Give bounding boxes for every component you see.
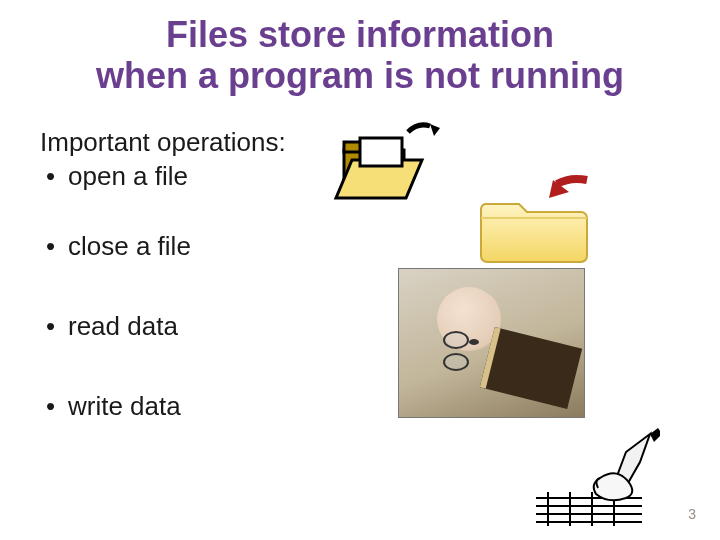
list-item: close a file — [40, 232, 460, 262]
slide: Files store information when a program i… — [0, 0, 720, 540]
writing-hand-icon — [530, 428, 660, 526]
bullet-text: close a file — [68, 231, 191, 261]
bullet-text: open a file — [68, 161, 188, 191]
slide-body: Important operations: open a file close … — [40, 128, 460, 421]
title-line-1: Files store information — [166, 14, 554, 55]
bullet-list: write data — [40, 392, 460, 422]
bullet-list: open a file — [40, 162, 460, 192]
list-item: open a file — [40, 162, 460, 192]
bullet-text: read data — [68, 311, 178, 341]
bullet-text: write data — [68, 391, 181, 421]
page-number: 3 — [688, 506, 696, 522]
list-item: read data — [40, 312, 460, 342]
close-folder-icon — [475, 170, 605, 270]
list-item: write data — [40, 392, 460, 422]
title-line-2: when a program is not running — [96, 55, 624, 96]
bullet-list: read data — [40, 312, 460, 342]
reading-photo — [398, 268, 585, 418]
bullet-list: close a file — [40, 232, 460, 262]
slide-title: Files store information when a program i… — [0, 14, 720, 97]
lead-text: Important operations: — [40, 128, 460, 158]
